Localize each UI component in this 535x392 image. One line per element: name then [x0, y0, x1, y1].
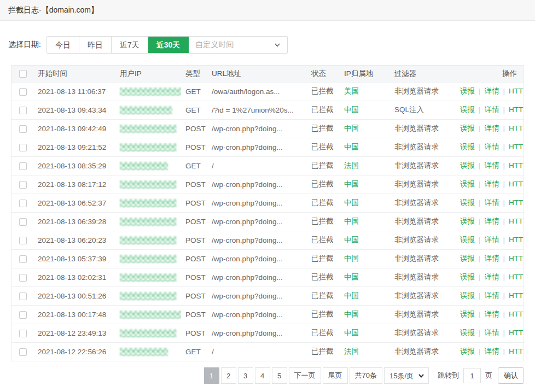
- row-checkbox[interactable]: [19, 181, 27, 189]
- action-http-link[interactable]: HTTP: [509, 198, 524, 207]
- action-misreport-link[interactable]: 误报: [460, 236, 475, 244]
- action-separator: |: [479, 106, 481, 114]
- row-checkbox[interactable]: [19, 125, 27, 133]
- cell-status: 已拦截: [307, 119, 340, 138]
- row-checkbox[interactable]: [19, 88, 27, 96]
- redacted-ip: [120, 106, 172, 114]
- table-row: 2021-08-13 08:35:29 GET / 已拦截 法国 非浏览器请求 …: [11, 156, 524, 175]
- row-checkbox[interactable]: [19, 330, 27, 337]
- confirm-button[interactable]: 确认: [498, 367, 524, 384]
- action-http-link[interactable]: HTTP: [509, 180, 524, 188]
- last-page-button[interactable]: 尾页: [323, 367, 348, 384]
- row-checkbox[interactable]: [19, 274, 27, 282]
- action-misreport-link[interactable]: 误报: [460, 87, 475, 95]
- action-separator: |: [503, 198, 505, 207]
- table-row: 2021-08-13 08:17:12 POST /wp-cron.php?do…: [11, 175, 524, 194]
- redacted-ip: [120, 311, 181, 319]
- action-details-link[interactable]: 详情: [485, 143, 499, 151]
- action-misreport-link[interactable]: 误报: [460, 161, 475, 169]
- action-http-link[interactable]: HTTP: [509, 143, 524, 151]
- page-size-select[interactable]: 15条/页: [384, 367, 429, 384]
- table-row: 2021-08-13 02:02:31 POST /wp-cron.php?do…: [11, 268, 524, 286]
- row-checkbox[interactable]: [19, 348, 27, 356]
- action-separator: |: [503, 310, 505, 318]
- action-misreport-link[interactable]: 误报: [460, 198, 475, 207]
- action-details-link[interactable]: 详情: [485, 329, 499, 337]
- date-range-button-0[interactable]: 今日: [47, 37, 79, 53]
- action-misreport-link[interactable]: 误报: [460, 329, 475, 337]
- action-details-link[interactable]: 详情: [485, 236, 499, 244]
- custom-date-select[interactable]: 自定义时间: [189, 37, 287, 53]
- cell-status: 已拦截: [307, 249, 340, 268]
- action-http-link[interactable]: HTTP: [509, 124, 524, 132]
- action-http-link[interactable]: HTTP: [509, 291, 524, 300]
- row-checkbox[interactable]: [19, 255, 27, 263]
- action-http-link[interactable]: HTTP: [509, 347, 524, 355]
- action-http-link[interactable]: HTTP: [509, 329, 524, 337]
- cell-status: 已拦截: [307, 342, 340, 361]
- cell-actions: 误报|详情|HTTP: [456, 231, 524, 249]
- action-misreport-link[interactable]: 误报: [460, 310, 475, 318]
- redacted-ip: [120, 329, 177, 337]
- action-details-link[interactable]: 详情: [485, 106, 499, 114]
- action-misreport-link[interactable]: 误报: [460, 254, 475, 262]
- action-separator: |: [479, 236, 481, 244]
- next-page-button[interactable]: 下一页: [289, 367, 321, 384]
- page-button-1[interactable]: 1: [204, 367, 219, 384]
- action-misreport-link[interactable]: 误报: [460, 291, 475, 300]
- row-checkbox[interactable]: [19, 311, 27, 319]
- action-details-link[interactable]: 详情: [485, 198, 499, 207]
- page-button-4[interactable]: 4: [255, 367, 270, 384]
- action-misreport-link[interactable]: 误报: [460, 124, 475, 132]
- action-misreport-link[interactable]: 误报: [460, 106, 475, 114]
- row-checkbox[interactable]: [19, 237, 27, 244]
- cell-filter: 非浏览器请求: [390, 342, 456, 361]
- page-button-5[interactable]: 5: [272, 367, 287, 384]
- action-http-link[interactable]: HTTP: [509, 273, 524, 281]
- page-title: 拦截日志-【domain.com】: [8, 5, 98, 15]
- action-misreport-link[interactable]: 误报: [460, 180, 475, 188]
- row-checkbox[interactable]: [19, 107, 27, 114]
- action-details-link[interactable]: 详情: [485, 180, 499, 188]
- date-range-button-3[interactable]: 近30天: [148, 37, 189, 53]
- action-http-link[interactable]: HTTP: [509, 236, 524, 244]
- action-http-link[interactable]: HTTP: [509, 254, 524, 262]
- action-http-link[interactable]: HTTP: [509, 87, 524, 95]
- jump-page-input[interactable]: [463, 368, 481, 383]
- action-misreport-link[interactable]: 误报: [460, 273, 475, 281]
- cell-ip-location: 法国: [340, 156, 390, 175]
- row-checkbox[interactable]: [19, 292, 27, 300]
- cell-status: 已拦截: [307, 82, 340, 101]
- action-misreport-link[interactable]: 误报: [460, 347, 475, 355]
- action-details-link[interactable]: 详情: [485, 273, 499, 281]
- page-button-3[interactable]: 3: [238, 367, 253, 384]
- select-all-checkbox[interactable]: [19, 70, 27, 78]
- action-details-link[interactable]: 详情: [485, 347, 499, 355]
- cell-start-time: 2021-08-13 06:20:23: [33, 231, 115, 249]
- action-details-link[interactable]: 详情: [485, 254, 499, 262]
- action-misreport-link[interactable]: 误报: [460, 143, 475, 151]
- action-separator: |: [479, 310, 481, 318]
- action-details-link[interactable]: 详情: [485, 161, 499, 169]
- action-http-link[interactable]: HTTP: [509, 106, 524, 114]
- row-checkbox[interactable]: [19, 218, 27, 226]
- cell-url: /wp-cron.php?doing...: [207, 194, 307, 212]
- action-misreport-link[interactable]: 误报: [460, 217, 475, 225]
- cell-status: 已拦截: [307, 101, 340, 119]
- row-checkbox[interactable]: [19, 200, 27, 207]
- action-details-link[interactable]: 详情: [485, 310, 499, 318]
- action-http-link[interactable]: HTTP: [509, 161, 524, 169]
- action-details-link[interactable]: 详情: [485, 217, 499, 225]
- action-http-link[interactable]: HTTP: [509, 310, 524, 318]
- date-range-button-1[interactable]: 昨日: [79, 37, 112, 53]
- row-checkbox[interactable]: [19, 162, 27, 170]
- action-details-link[interactable]: 详情: [485, 87, 499, 95]
- cell-filter: 非浏览器请求: [390, 194, 456, 212]
- page-button-2[interactable]: 2: [221, 367, 236, 384]
- redacted-ip: [120, 87, 181, 96]
- action-details-link[interactable]: 详情: [485, 291, 499, 300]
- action-http-link[interactable]: HTTP: [509, 217, 524, 225]
- date-range-button-2[interactable]: 近7天: [112, 37, 148, 53]
- row-checkbox[interactable]: [19, 144, 27, 151]
- action-details-link[interactable]: 详情: [485, 124, 499, 132]
